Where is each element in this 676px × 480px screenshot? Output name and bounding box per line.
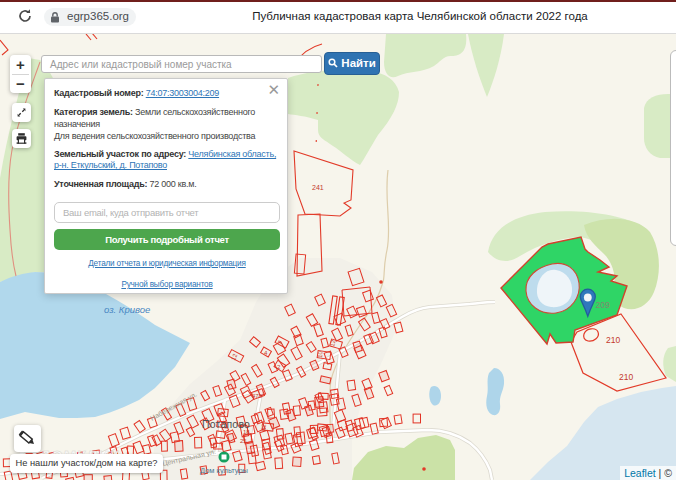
- svg-text:209: 209: [596, 300, 610, 310]
- svg-text:оз. Кривое: оз. Кривое: [104, 304, 150, 315]
- svg-text:25: 25: [240, 438, 247, 444]
- svg-text:210: 210: [619, 372, 633, 382]
- svg-text:10: 10: [317, 350, 324, 358]
- svg-text:478: 478: [252, 393, 263, 399]
- svg-text:Дом культуры: Дом культуры: [200, 466, 248, 475]
- svg-text:18: 18: [243, 429, 250, 435]
- svg-text:241: 241: [312, 184, 324, 191]
- svg-text:210: 210: [606, 335, 620, 345]
